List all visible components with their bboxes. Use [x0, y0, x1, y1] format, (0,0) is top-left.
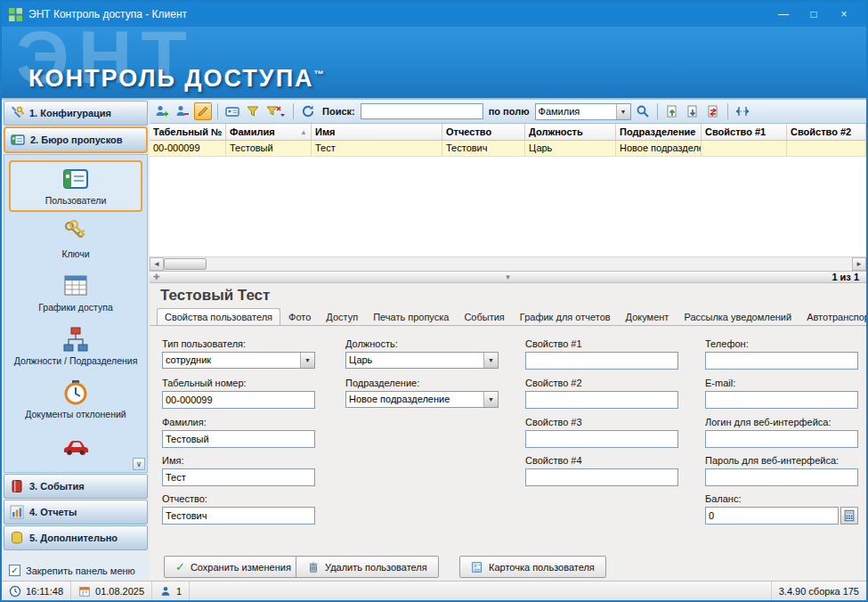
prop3-input[interactable]	[525, 430, 678, 448]
schedule-grid-icon	[61, 272, 90, 300]
save-button[interactable]: ✓ Сохранить изменения	[164, 556, 303, 578]
add-user-button[interactable]	[153, 102, 171, 120]
col-header-tab-number[interactable]: Табельный №	[150, 124, 226, 140]
field-email: E-mail:	[705, 378, 858, 409]
col-header-prop1[interactable]: Свойство #1	[702, 124, 787, 140]
subitem-keys[interactable]: Ключи	[9, 214, 142, 265]
scroll-left-icon[interactable]: ◄	[150, 257, 164, 271]
field-label: Свойство #2	[525, 378, 678, 388]
cell-tab-number: 00-000099	[150, 141, 226, 156]
field-label: Тип пользователя:	[162, 338, 315, 349]
cell-position: Царь	[525, 141, 616, 156]
subitem-positions-departments[interactable]: Должности / Подразделения	[9, 321, 142, 372]
web-password-input[interactable]	[705, 468, 858, 486]
splitter-pin-icon[interactable]: ✚	[153, 273, 160, 281]
edit-user-button[interactable]	[194, 102, 212, 120]
col-header-first-name[interactable]: Имя	[312, 124, 442, 140]
splitter-collapse-icon[interactable]: ▾	[506, 272, 510, 282]
position-value: Царь	[349, 354, 482, 365]
middle-name-input[interactable]	[162, 507, 315, 525]
fit-columns-button[interactable]	[734, 102, 751, 120]
chevron-down-icon[interactable]: ▼	[483, 392, 498, 407]
table-row[interactable]: 00-000099 Тестовый Тест Тестович Царь Но…	[150, 141, 866, 157]
refresh-button[interactable]	[299, 102, 317, 120]
tab-pass-print[interactable]: Печать пропуска	[366, 309, 456, 325]
email-input[interactable]	[705, 391, 858, 409]
field-label: Фамилия:	[162, 417, 315, 427]
sidebar-item-configuration[interactable]: 1. Конфигурация	[4, 101, 148, 126]
pass-bureau-subpanel: Пользователи Ключи	[4, 154, 148, 473]
subitem-device-partial[interactable]	[9, 470, 142, 473]
delete-button-label: Удалить пользователя	[325, 562, 427, 573]
minimize-button[interactable]: —	[768, 2, 799, 27]
export-users-button[interactable]	[684, 102, 702, 120]
tab-events[interactable]: События	[457, 309, 511, 325]
scrollbar-track[interactable]	[207, 257, 852, 271]
phone-input[interactable]	[705, 352, 858, 370]
field-tab-number: Табельный номер:	[162, 378, 315, 409]
import-users-button[interactable]	[663, 102, 681, 120]
user-card-action-button[interactable]: Карточка пользователя	[459, 556, 606, 578]
tab-vehicles[interactable]: Автотранспорт	[799, 309, 868, 325]
col-header-middle-name[interactable]: Отчество	[442, 124, 525, 140]
user-card-button[interactable]	[223, 102, 241, 120]
sidebar: 1. Конфигурация 2. Бюро пропусков	[2, 100, 150, 581]
calculator-icon	[843, 509, 856, 522]
splitter-bar[interactable]: ✚ ▾ 1 из 1	[150, 271, 866, 283]
sidebar-item-events[interactable]: 3. События	[4, 474, 148, 499]
horizontal-scrollbar[interactable]: ◄ ►	[150, 256, 866, 271]
maximize-button[interactable]: □	[799, 2, 829, 27]
scroll-right-icon[interactable]: ►	[852, 257, 866, 271]
tab-report-schedule[interactable]: График для отчетов	[513, 309, 618, 325]
sidebar-item-reports[interactable]: 4. Отчеты	[4, 500, 148, 525]
tab-document[interactable]: Документ	[619, 309, 677, 325]
app-banner: ЭНТ Контроль доступа™	[2, 27, 866, 100]
sidebar-item-additional[interactable]: 5. Дополнительно	[4, 525, 148, 550]
remove-user-button[interactable]	[174, 102, 191, 120]
subitem-deviation-documents[interactable]: Документы отклонений	[9, 374, 142, 426]
subpanel-scroll-down-button[interactable]: ∨	[133, 458, 145, 470]
search-field-dropdown[interactable]: Фамилия ▼	[535, 103, 631, 120]
tab-number-input[interactable]	[162, 391, 315, 409]
subitem-access-schedules[interactable]: Графики доступа	[9, 267, 142, 319]
chevron-down-icon[interactable]: ▼	[616, 104, 630, 119]
delete-user-button[interactable]: Удалить пользователя	[296, 556, 439, 578]
department-dropdown[interactable]: Новое подразделение ▼	[345, 391, 499, 408]
prop4-input[interactable]	[525, 468, 678, 486]
tab-photo[interactable]: Фото	[281, 309, 318, 325]
sidebar-item-label: 3. События	[29, 481, 85, 492]
position-dropdown[interactable]: Царь ▼	[345, 352, 499, 369]
pin-menu-checkbox[interactable]: ✓	[9, 565, 20, 576]
col-header-department[interactable]: Подразделение	[616, 124, 702, 140]
chevron-down-icon[interactable]: ▼	[300, 353, 314, 368]
col-header-last-name[interactable]: Фамилия▲	[226, 124, 312, 140]
web-login-input[interactable]	[705, 430, 858, 448]
subitem-vehicles[interactable]	[9, 427, 142, 468]
col-header-prop2[interactable]: Свойство #2	[787, 124, 866, 140]
first-name-input[interactable]	[162, 468, 315, 486]
prop2-input[interactable]	[525, 391, 678, 409]
sidebar-item-label: 2. Бюро пропусков	[30, 134, 123, 145]
subitem-users[interactable]: Пользователи	[9, 160, 142, 212]
cell-middle-name: Тестович	[442, 141, 525, 156]
user-type-dropdown[interactable]: сотрудник ▼	[162, 352, 315, 369]
chevron-down-icon[interactable]: ▼	[483, 353, 498, 368]
prop1-input[interactable]	[525, 352, 678, 370]
find-button[interactable]	[634, 102, 652, 120]
sync-users-button[interactable]	[704, 102, 722, 120]
balance-input[interactable]	[705, 507, 839, 525]
filter-button[interactable]	[244, 102, 262, 120]
cell-prop1	[702, 141, 787, 156]
close-button[interactable]: ×	[829, 2, 859, 27]
tab-notifications[interactable]: Рассылка уведомлений	[677, 309, 799, 325]
calculator-button[interactable]	[840, 507, 858, 525]
tab-access[interactable]: Доступ	[319, 309, 365, 325]
form-actions: ✓ Сохранить изменения Удалить пользовате…	[150, 554, 866, 581]
last-name-input[interactable]	[162, 430, 315, 448]
sidebar-item-pass-bureau[interactable]: 2. Бюро пропусков	[4, 126, 148, 153]
search-input[interactable]	[361, 103, 483, 119]
filter-clear-button[interactable]	[264, 102, 288, 120]
col-header-position[interactable]: Должность	[525, 124, 616, 140]
tab-user-properties[interactable]: Свойства пользователя	[157, 308, 280, 325]
scrollbar-thumb[interactable]	[164, 258, 207, 270]
